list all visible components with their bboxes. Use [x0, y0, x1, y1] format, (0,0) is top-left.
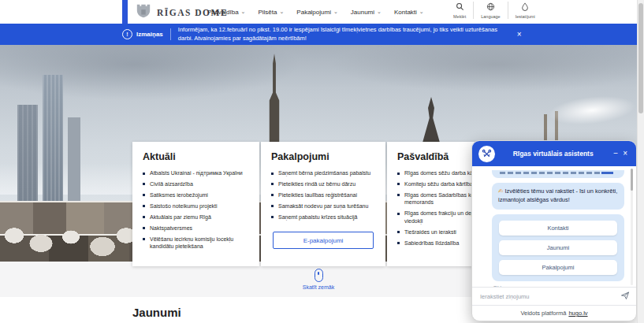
chat-scrollbar-thumb[interactable]: [631, 169, 633, 191]
quick-reply-kontakti[interactable]: Kontakti: [499, 221, 617, 236]
chat-message-input[interactable]: [478, 292, 616, 301]
chat-minimize-button[interactable]: −: [611, 150, 620, 158]
list-item[interactable]: Naktspatversmes: [143, 225, 249, 232]
mouse-scroll-icon: [315, 269, 323, 282]
site-header: RĪGAS DOME Pašvaldība⌄ Pilsēta⌄ Pakalpoj…: [0, 0, 637, 24]
search-icon: [456, 2, 464, 13]
alert-close-button[interactable]: ×: [516, 29, 523, 40]
chat-message-text: Izvēlēties tēmu vai rakstiet - īsi un ko…: [498, 187, 617, 203]
chat-close-button[interactable]: ×: [620, 150, 630, 158]
chat-quick-replies: Kontakti Jaunumi Pakalpojumi: [492, 214, 624, 281]
settings-button[interactable]: Iestatījumi: [508, 2, 542, 19]
chevron-down-icon: ⌄: [333, 9, 338, 15]
chat-message: ✍ Izvēlēties tēmu vai rakstiet - īsi un …: [492, 183, 624, 210]
chat-header: Rīgas virtuālais asistents − ×: [472, 141, 636, 166]
header-actions: Meklēt Language Iestatījumi: [446, 2, 542, 19]
globe-icon: [486, 2, 495, 13]
language-button[interactable]: Language: [473, 2, 507, 19]
e-services-button[interactable]: E-pakalpojumi: [273, 232, 374, 249]
chat-timestamp: Tikko: [493, 285, 625, 287]
exclamation-circle-icon: !: [122, 29, 132, 39]
chevron-down-icon: ⌄: [241, 9, 246, 15]
list-item[interactable]: Aktuālais par ziemu Rīgā: [143, 213, 249, 221]
list-item[interactable]: Satiksmes ierobežojumi: [143, 191, 249, 199]
writing-hand-icon: ✍: [498, 187, 503, 195]
snowy-trees-shape: [0, 188, 138, 262]
nav-item-pilseta[interactable]: Pilsēta⌄: [258, 9, 284, 16]
nav-item-pakalpojumi[interactable]: Pakalpojumi⌄: [296, 9, 337, 16]
paper-plane-icon: [620, 291, 630, 303]
section-heading-jaunumi: Jaunumi: [132, 306, 181, 319]
chat-input-row: [472, 287, 636, 305]
list-item[interactable]: Saņemt pabalstu krīzes situācijā: [271, 213, 375, 221]
card-list: Saņemt bērna piedzimšanas pabalstu Piete…: [271, 169, 375, 221]
alert-bar: ! Izmaiņas Informējam, ka 12.februārī no…: [0, 24, 637, 45]
browser-scrollbar[interactable]: [637, 0, 644, 323]
smoke-shape: [548, 92, 637, 128]
nav-item-pasvaldiba[interactable]: Pašvaldība⌄: [207, 9, 245, 16]
list-item[interactable]: Pieteikties rindā uz bērnu dārzu: [271, 180, 375, 187]
contrast-droplet-icon: [521, 2, 529, 13]
list-item[interactable]: Pieteikties laulības reģistrēšanai: [271, 191, 375, 199]
quick-reply-pakalpojumi[interactable]: Pakalpojumi: [499, 260, 617, 275]
chat-footer: Veidots platformā hugo.lv: [472, 305, 636, 321]
scroll-hint-label: Skatīt zemāk: [303, 284, 334, 290]
hugo-lv-link[interactable]: hugo.lv: [568, 310, 587, 317]
clipped-link-fragment: [601, 172, 613, 174]
card-title: Aktuāli: [143, 151, 249, 162]
browser-scrollbar-thumb[interactable]: [638, 3, 643, 113]
card-pakalpojumi: Pakalpojumi Saņemt bērna piedzimšanas pa…: [261, 142, 385, 266]
list-item[interactable]: Civilā aizsardzība: [143, 180, 249, 187]
header-accent-bar: [122, 0, 128, 24]
crossed-keys-icon: [478, 146, 495, 162]
footer-text: Veidots platformā: [520, 310, 566, 317]
chevron-down-icon: ⌄: [377, 9, 382, 15]
church-spire-shape: [423, 97, 440, 143]
card-list: Atbalsts Ukrainai - підтримка України Ci…: [143, 169, 249, 251]
card-title: Pakalpojumi: [271, 151, 375, 162]
nav-item-jaunumi[interactable]: Jaunumi⌄: [351, 9, 382, 16]
list-item[interactable]: Samaksāt nodevu par suņa turēšanu: [271, 202, 375, 210]
chevron-down-icon: ⌄: [279, 9, 284, 15]
alert-divider: [170, 28, 171, 40]
list-item[interactable]: Saņemt bērna piedzimšanas pabalstu: [271, 169, 375, 176]
card-aktuali: Aktuāli Atbalsts Ukrainai - підтримка Ук…: [132, 142, 259, 266]
main-nav: Pašvaldība⌄ Pilsēta⌄ Pakalpojumi⌄ Jaunum…: [207, 0, 424, 24]
list-item[interactable]: Atbalsts Ukrainai - підтримка України: [143, 169, 249, 176]
list-item[interactable]: Saistošo noteikumu projekti: [143, 202, 249, 210]
cloud-shape: [331, 45, 637, 92]
chevron-down-icon: ⌄: [419, 9, 424, 15]
chat-title: Rīgas virtuālais asistents: [495, 150, 611, 158]
alert-message: Informējam, ka 12.februārī no plkst. 19.…: [178, 26, 509, 43]
chat-widget: Rīgas virtuālais asistents − × ✍ Izvēlēt…: [471, 140, 637, 321]
list-item[interactable]: Vēlēšanu iecirkņu komisiju locekļu kandi…: [143, 236, 249, 251]
send-button[interactable]: [620, 291, 630, 303]
alert-badge: Izmaiņas: [136, 31, 163, 38]
chat-message-clipped: [492, 170, 624, 178]
nav-item-kontakti[interactable]: Kontakti⌄: [394, 9, 424, 16]
chat-messages: ✍ Izvēlēties tēmu vai rakstiet - īsi un …: [472, 166, 636, 287]
chat-scrollbar[interactable]: [631, 169, 633, 285]
clipped-text-line: [500, 172, 601, 174]
browser-viewport: RĪGAS DOME Pašvaldība⌄ Pilsēta⌄ Pakalpoj…: [0, 0, 644, 323]
quick-reply-jaunumi[interactable]: Jaunumi: [499, 240, 617, 255]
search-button[interactable]: Meklēt: [446, 2, 473, 19]
coat-of-arms-icon: [135, 3, 152, 22]
